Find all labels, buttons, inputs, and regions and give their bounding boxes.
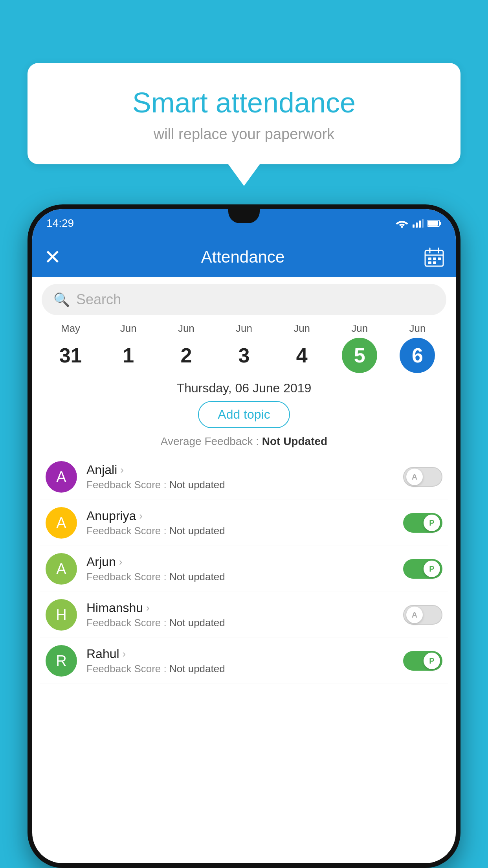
calendar-day-5[interactable]: Jun5 <box>342 322 377 373</box>
avg-feedback: Average Feedback : Not Updated <box>32 435 456 448</box>
calendar-day-2[interactable]: Jun2 <box>169 322 204 373</box>
cal-month: Jun <box>409 322 426 335</box>
cal-num[interactable]: 1 <box>111 338 146 373</box>
cal-month: Jun <box>236 322 252 335</box>
student-item-3: HHimanshu›Feedback Score : Not updatedA <box>40 592 448 638</box>
student-item-1: AAnupriya›Feedback Score : Not updatedP <box>40 500 448 546</box>
student-name-text: Arjun <box>86 555 116 569</box>
toggle-wrapper[interactable]: A <box>403 467 442 487</box>
student-info: Anupriya›Feedback Score : Not updated <box>86 509 394 537</box>
calendar-day-3[interactable]: Jun3 <box>226 322 262 373</box>
chevron-icon: › <box>119 556 123 568</box>
chevron-icon: › <box>120 464 124 476</box>
toggle-wrapper[interactable]: P <box>403 651 442 671</box>
speech-bubble: Smart attendance will replace your paper… <box>28 63 460 164</box>
student-name[interactable]: Arjun› <box>86 555 394 569</box>
cal-num[interactable]: 2 <box>169 338 204 373</box>
cal-month: Jun <box>351 322 368 335</box>
feedback-score: Feedback Score : Not updated <box>86 663 394 675</box>
feedback-value: Not updated <box>169 571 225 583</box>
svg-rect-16 <box>433 261 436 264</box>
avatar: H <box>46 599 77 631</box>
avg-feedback-label: Average Feedback : <box>161 435 259 447</box>
avatar: A <box>46 507 77 539</box>
calendar-day-4[interactable]: Jun4 <box>284 322 319 373</box>
toggle-knob: P <box>424 515 440 531</box>
avatar: R <box>46 645 77 677</box>
close-button[interactable]: ✕ <box>44 245 61 269</box>
search-bar[interactable]: 🔍 Search <box>42 284 446 315</box>
feedback-label: Feedback Score : <box>86 479 167 491</box>
cal-num[interactable]: 6 <box>400 338 435 373</box>
phone-frame: 14:29 <box>28 204 460 868</box>
toggle-knob: P <box>424 653 440 669</box>
attendance-toggle[interactable]: A <box>403 467 442 487</box>
status-time: 14:29 <box>46 217 74 230</box>
speech-bubble-title: Smart attendance <box>47 86 441 119</box>
notch <box>228 209 260 223</box>
toggle-wrapper[interactable]: A <box>403 605 442 625</box>
battery-icon <box>427 219 442 227</box>
feedback-score: Feedback Score : Not updated <box>86 525 394 537</box>
attendance-toggle[interactable]: P <box>403 651 442 671</box>
student-info: Rahul›Feedback Score : Not updated <box>86 647 394 675</box>
feedback-value: Not updated <box>169 617 225 629</box>
student-item-2: AArjun›Feedback Score : Not updatedP <box>40 546 448 592</box>
search-input[interactable]: Search <box>76 291 121 308</box>
signal-icon <box>413 219 424 228</box>
cal-month: Jun <box>120 322 137 335</box>
feedback-label: Feedback Score : <box>86 571 167 583</box>
add-topic-button[interactable]: Add topic <box>198 401 290 428</box>
cal-num[interactable]: 5 <box>342 338 377 373</box>
feedback-label: Feedback Score : <box>86 663 167 675</box>
student-name[interactable]: Himanshu› <box>86 601 394 615</box>
calendar-strip: May31Jun1Jun2Jun3Jun4Jun5Jun6 <box>32 322 456 373</box>
cal-month: Jun <box>178 322 194 335</box>
student-list: AAnjali›Feedback Score : Not updatedAAAn… <box>32 454 456 684</box>
student-info: Arjun›Feedback Score : Not updated <box>86 555 394 583</box>
svg-rect-6 <box>439 222 441 225</box>
status-bar: 14:29 <box>32 209 456 237</box>
student-name-text: Rahul <box>86 647 119 661</box>
cal-num[interactable]: 3 <box>226 338 262 373</box>
student-name[interactable]: Rahul› <box>86 647 394 661</box>
student-item-4: RRahul›Feedback Score : Not updatedP <box>40 638 448 684</box>
search-icon: 🔍 <box>53 292 70 307</box>
attendance-toggle[interactable]: P <box>403 513 442 533</box>
svg-rect-7 <box>428 221 438 226</box>
cal-num[interactable]: 31 <box>53 338 88 373</box>
toggle-knob: A <box>406 607 423 623</box>
calendar-day-1[interactable]: Jun1 <box>111 322 146 373</box>
calendar-day-6[interactable]: Jun6 <box>400 322 435 373</box>
svg-rect-12 <box>428 257 431 260</box>
student-item-0: AAnjali›Feedback Score : Not updatedA <box>40 454 448 500</box>
calendar-day-0[interactable]: May31 <box>53 322 88 373</box>
wifi-icon <box>395 219 409 228</box>
app-bar-title: Attendance <box>201 248 285 267</box>
feedback-score: Feedback Score : Not updated <box>86 479 394 491</box>
phone-inner: 14:29 <box>32 209 456 863</box>
svg-rect-2 <box>416 223 418 228</box>
svg-rect-3 <box>419 221 421 228</box>
selected-date-label: Thursday, 06 June 2019 <box>32 381 456 395</box>
student-name-text: Himanshu <box>86 601 143 615</box>
svg-rect-15 <box>428 261 431 264</box>
student-name[interactable]: Anupriya› <box>86 509 394 523</box>
status-icons <box>395 219 442 228</box>
svg-rect-14 <box>438 257 441 260</box>
cal-month: May <box>61 322 80 335</box>
feedback-label: Feedback Score : <box>86 617 167 629</box>
attendance-toggle[interactable]: P <box>403 559 442 579</box>
svg-rect-1 <box>413 224 415 228</box>
toggle-wrapper[interactable]: P <box>403 559 442 579</box>
student-info: Anjali›Feedback Score : Not updated <box>86 463 394 491</box>
student-name[interactable]: Anjali› <box>86 463 394 477</box>
app-bar: ✕ Attendance <box>32 237 456 277</box>
toggle-wrapper[interactable]: P <box>403 513 442 533</box>
cal-num[interactable]: 4 <box>284 338 319 373</box>
calendar-icon[interactable] <box>424 247 444 267</box>
attendance-toggle[interactable]: A <box>403 605 442 625</box>
speech-bubble-subtitle: will replace your paperwork <box>47 126 441 143</box>
student-name-text: Anupriya <box>86 509 136 523</box>
svg-rect-13 <box>433 257 436 260</box>
